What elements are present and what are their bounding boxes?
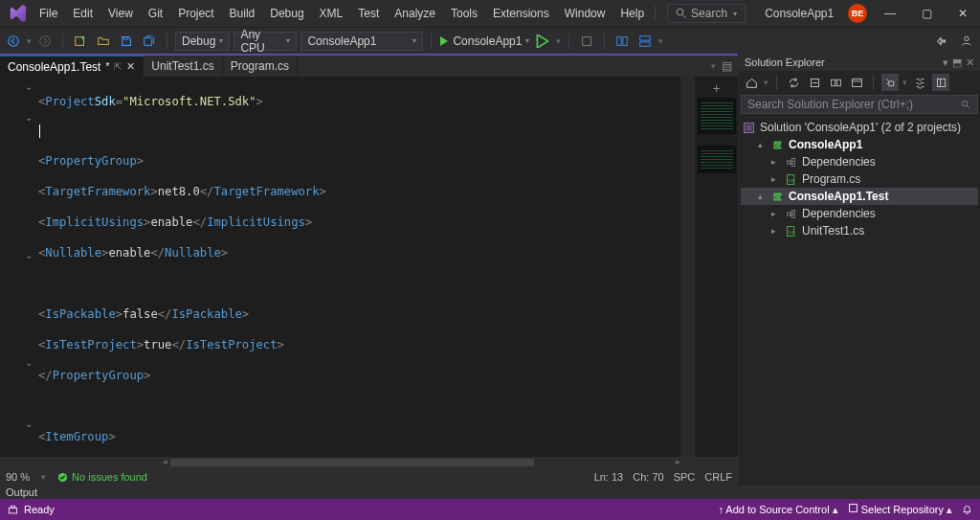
toggle-pinned-icon[interactable]: ▤: [722, 59, 732, 73]
svg-text:C#: C#: [775, 192, 783, 199]
save-all-button[interactable]: [140, 32, 159, 51]
solution-node[interactable]: Solution 'ConsoleApp1' (2 of 2 projects): [741, 119, 978, 136]
nav-back-button[interactable]: [4, 32, 23, 51]
global-search[interactable]: Search ▾: [667, 4, 746, 23]
code-editor[interactable]: ⌄⌄ ⌄ ⌄ ⌄ <Project Sdk="Microsoft.NET.Sdk…: [0, 77, 738, 457]
panel-title-bar[interactable]: Solution Explorer ▾ ⬒ ✕: [739, 54, 980, 71]
toolbar-layout-1[interactable]: [612, 32, 632, 51]
maximize-button[interactable]: ▢: [913, 7, 940, 20]
svg-rect-16: [836, 79, 840, 86]
panel-close-icon[interactable]: ✕: [966, 57, 974, 69]
open-button[interactable]: [94, 32, 113, 51]
menu-view[interactable]: View: [101, 3, 140, 24]
menu-file[interactable]: File: [33, 3, 64, 24]
project-consoleapp1[interactable]: ▴ C# ConsoleApp1: [741, 136, 978, 153]
toolbar-layout-2[interactable]: [635, 32, 655, 51]
close-icon[interactable]: ✕: [126, 60, 135, 73]
menu-build[interactable]: Build: [223, 3, 262, 24]
notifications-icon[interactable]: [962, 505, 972, 515]
menu-git[interactable]: Git: [142, 3, 169, 24]
svg-rect-27: [787, 160, 790, 163]
menu-edit[interactable]: Edit: [66, 3, 100, 24]
live-share-button[interactable]: [932, 32, 951, 51]
config-combo[interactable]: Debug▾: [175, 32, 230, 51]
menu-xml[interactable]: XML: [313, 3, 350, 24]
new-project-button[interactable]: [71, 32, 90, 51]
solution-explorer-panel: Solution Explorer ▾ ⬒ ✕ ▾ ▾ Search Solut…: [738, 54, 980, 486]
main-toolbar: ▾ Debug▾ Any CPU▾ ConsoleApp1▾ ConsoleAp…: [0, 27, 980, 54]
project-label: ConsoleApp1: [789, 138, 862, 151]
menu-help[interactable]: Help: [613, 3, 651, 24]
search-icon: [961, 100, 971, 110]
panel-dropdown-icon[interactable]: ▾: [943, 57, 948, 69]
menu-extensions[interactable]: Extensions: [486, 3, 556, 24]
deps-label: Dependencies: [802, 155, 876, 169]
dependencies-node-1[interactable]: ▸ Dependencies: [741, 153, 978, 170]
account-settings-button[interactable]: [957, 32, 976, 51]
vertical-scrollbar[interactable]: [680, 77, 694, 457]
menu-debug[interactable]: Debug: [263, 3, 310, 24]
nav-back-dropdown[interactable]: ▾: [27, 36, 32, 46]
svg-point-2: [9, 35, 19, 46]
line-ending-indicator[interactable]: CRLF: [704, 471, 732, 483]
col-indicator[interactable]: Ch: 70: [633, 471, 663, 483]
minimize-button[interactable]: —: [877, 7, 903, 20]
menu-tools[interactable]: Tools: [444, 3, 484, 24]
solution-search[interactable]: Search Solution Explorer (Ctrl+;): [741, 95, 978, 114]
startup-project-combo[interactable]: ConsoleApp1▾: [301, 32, 423, 51]
tab-overflow-dropdown[interactable]: ▾: [711, 61, 716, 71]
run-no-debug-button[interactable]: [533, 32, 552, 51]
home-button[interactable]: [743, 74, 760, 91]
show-all-button[interactable]: [827, 74, 844, 91]
issues-indicator[interactable]: No issues found: [57, 471, 147, 483]
program-cs-node[interactable]: ▸ C# Program.cs: [741, 170, 978, 188]
panel-pin-icon[interactable]: ⬒: [952, 57, 962, 69]
toolbar-misc-1[interactable]: [577, 32, 596, 51]
settings-button[interactable]: [911, 74, 928, 91]
svg-text:C#: C#: [788, 177, 793, 182]
dependencies-node-2[interactable]: ▸ Dependencies: [741, 205, 978, 222]
menu-analyze[interactable]: Analyze: [388, 3, 442, 24]
tab-program[interactable]: Program.cs: [223, 56, 298, 77]
menu-test[interactable]: Test: [351, 3, 386, 24]
add-source-control-button[interactable]: ↑ Add to Source Control ▴: [718, 504, 837, 516]
menu-project[interactable]: Project: [171, 3, 220, 24]
code-minimap[interactable]: +: [694, 77, 738, 457]
view-code-button[interactable]: [848, 74, 865, 91]
spaces-indicator[interactable]: SPC: [674, 471, 696, 483]
properties-button[interactable]: [881, 74, 899, 91]
code-content[interactable]: <Project Sdk="Microsoft.NET.Sdk"> <Prope…: [36, 77, 680, 457]
collapse-all-button[interactable]: [806, 74, 823, 91]
tab-unittest1[interactable]: UnitTest1.cs: [144, 56, 222, 77]
status-icon: [8, 505, 18, 515]
svg-rect-28: [791, 158, 794, 161]
horizontal-scrollbar[interactable]: ◂▸: [0, 457, 738, 468]
run-button[interactable]: ConsoleApp1 ▾: [439, 34, 529, 48]
status-bar: Ready ↑ Add to Source Control ▴ Select R…: [0, 499, 980, 520]
save-button[interactable]: [117, 32, 136, 51]
project-consoleapp1-test[interactable]: ▴ C# ConsoleApp1.Test: [741, 188, 978, 205]
svg-rect-37: [791, 210, 794, 213]
output-panel-tab[interactable]: Output: [0, 486, 980, 499]
pin-icon[interactable]: ⇱: [114, 61, 122, 72]
add-split-icon[interactable]: +: [712, 80, 720, 94]
svg-point-21: [962, 101, 968, 106]
svg-rect-24: [746, 124, 752, 131]
close-button[interactable]: ✕: [949, 7, 976, 20]
line-indicator[interactable]: Ln: 13: [594, 471, 624, 483]
svg-rect-7: [617, 36, 621, 45]
unittest-cs-node[interactable]: ▸ C# UnitTest1.cs: [741, 222, 978, 239]
preview-button[interactable]: [932, 74, 949, 91]
fold-column[interactable]: ⌄⌄ ⌄ ⌄ ⌄: [21, 77, 36, 457]
tab-consoleapp1-test[interactable]: ConsoleApp1.Test* ⇱ ✕: [0, 56, 144, 77]
user-avatar[interactable]: BE: [848, 4, 867, 23]
select-repository-button[interactable]: Select Repository ▴: [848, 503, 952, 516]
zoom-level[interactable]: 90 %: [6, 471, 30, 483]
svg-rect-6: [583, 36, 591, 45]
platform-combo[interactable]: Any CPU▾: [234, 32, 297, 51]
nav-forward-button[interactable]: [35, 32, 55, 51]
editor-area: ConsoleApp1.Test* ⇱ ✕ UnitTest1.cs Progr…: [0, 54, 738, 486]
sync-button[interactable]: [785, 74, 802, 91]
status-ready: Ready: [24, 504, 55, 515]
menu-window[interactable]: Window: [558, 3, 612, 24]
